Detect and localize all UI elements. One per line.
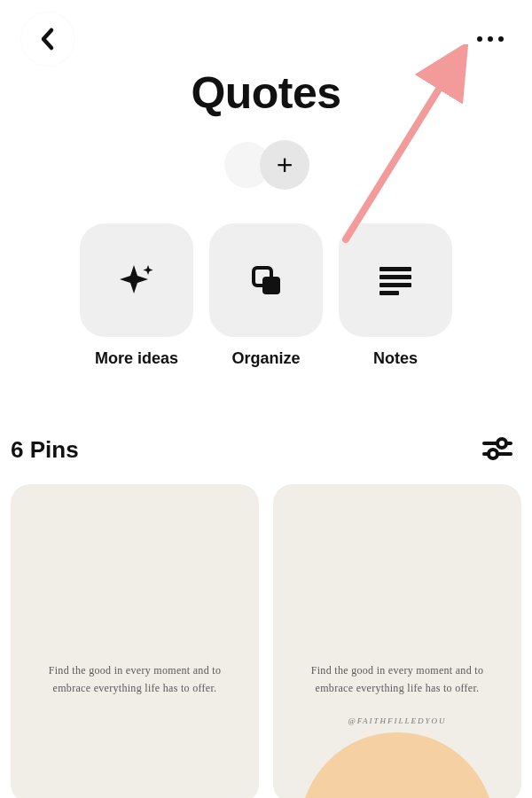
pin-quote-text: Find the good in every moment and to emb… <box>273 661 521 698</box>
notes-label: Notes <box>373 349 418 368</box>
duplicate-icon <box>247 262 285 299</box>
notes-action: Notes <box>339 223 452 368</box>
more-horizontal-icon <box>488 36 493 42</box>
organize-button[interactable] <box>209 223 323 337</box>
sparkle-icon <box>116 260 157 301</box>
pins-grid: Find the good in every moment and to emb… <box>11 484 521 798</box>
pin-handle-text: @FAITHFILLEDYOU <box>273 716 521 725</box>
lines-icon <box>378 264 413 296</box>
svg-rect-5 <box>379 291 399 295</box>
svg-rect-2 <box>379 267 411 271</box>
plus-icon: + <box>277 149 293 182</box>
svg-rect-1 <box>262 277 280 294</box>
filter-button[interactable] <box>477 431 518 469</box>
top-bar <box>0 12 532 66</box>
svg-point-7 <box>497 439 506 448</box>
notes-button[interactable] <box>339 223 452 337</box>
svg-rect-3 <box>379 275 411 279</box>
sliders-icon <box>482 436 512 461</box>
more-ideas-label: More ideas <box>95 349 178 368</box>
pin-card[interactable]: Find the good in every moment and to emb… <box>273 484 521 798</box>
pins-count: 6 Pins <box>11 436 79 464</box>
svg-point-9 <box>489 450 497 458</box>
more-horizontal-icon <box>477 36 482 42</box>
organize-action: Organize <box>209 223 323 368</box>
more-horizontal-icon <box>498 36 504 42</box>
add-collaborator-button[interactable]: + <box>260 140 309 190</box>
pin-quote-text: Find the good in every moment and to emb… <box>11 661 259 698</box>
pin-card[interactable]: Find the good in every moment and to emb… <box>11 484 259 798</box>
collaborators-row: + <box>0 140 532 190</box>
board-actions: More ideas Organize Notes <box>0 223 532 368</box>
back-button[interactable] <box>21 12 74 66</box>
chevron-left-icon <box>39 27 57 51</box>
svg-rect-4 <box>379 283 411 287</box>
organize-label: Organize <box>231 349 300 368</box>
more-options-button[interactable] <box>470 29 511 49</box>
pin-decoration-circle <box>300 732 495 798</box>
pins-header: 6 Pins <box>0 431 532 469</box>
more-ideas-action: More ideas <box>80 223 193 368</box>
board-title: Quotes <box>0 67 532 119</box>
more-ideas-button[interactable] <box>80 223 193 337</box>
